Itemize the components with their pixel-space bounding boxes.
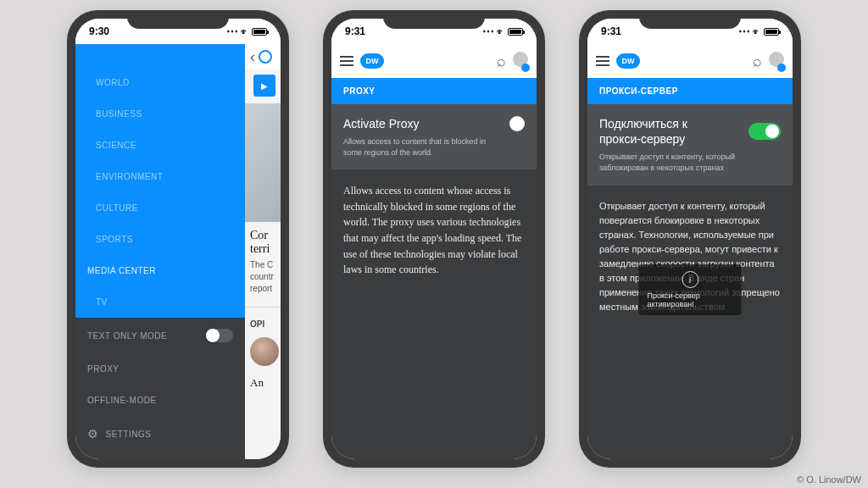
text-only-label: TEXT ONLY MODE [87,331,167,341]
wifi-icon [753,25,761,37]
search-icon[interactable] [753,53,762,70]
section-header: PROXY [331,78,537,104]
status-icons [738,25,779,38]
gear-icon [87,427,99,441]
article-preview: ▶ Corterri The C countr report OPI An [245,44,281,459]
proxy-card: Подключиться к прокси-серверу Открывает … [587,104,793,186]
menu-proxy[interactable]: PROXY [75,353,245,385]
battery-icon [252,28,267,36]
toast-text: Прокси-сервер активирован! [648,291,733,308]
dw-logo[interactable]: DW [360,53,384,69]
notch [639,10,741,29]
toggle-text-only[interactable] [206,329,233,342]
article-headline: Corterri [245,222,281,259]
menu-environment[interactable]: ENVIRONMENT [75,161,245,192]
cellular-icon [482,25,494,38]
app-header: DW [331,44,537,78]
card-subtitle: Allows access to content that is blocked… [343,136,496,158]
status-icons [482,25,523,38]
cellular-icon [226,25,238,38]
app-header: DW [587,44,793,78]
back-icon[interactable] [250,48,255,66]
toast-notification: i Прокси-сервер активирован! [639,264,742,315]
phone-mockup-1: 9:30 ▶ Corterri The C countr report OPI [67,10,289,468]
clock: 9:31 [601,25,621,37]
card-title: Activate Proxy [343,117,419,130]
menu-tv[interactable]: TV [75,286,245,318]
card-subtitle: Открывает доступ к контенту, который заб… [599,152,752,173]
profile-icon[interactable] [769,52,784,70]
article-image [245,103,281,222]
profile-icon[interactable] [513,52,528,70]
hamburger-icon[interactable] [596,56,609,66]
clock: 9:30 [89,25,109,37]
battery-icon [764,28,779,36]
menu-business[interactable]: BUSINESS [75,98,245,130]
card-title: Подключиться к прокси-серверу [599,116,726,147]
menu-offline[interactable]: OFFLINE-MODE [75,385,245,416]
proxy-toggle-off[interactable] [509,116,525,131]
article-body: The C countr report [245,259,281,295]
wifi-icon [241,25,249,37]
tab-row: OPI [245,307,281,334]
clock: 9:31 [345,25,365,37]
search-icon[interactable] [497,53,506,70]
wifi-icon [497,25,505,37]
menu-world[interactable]: WORLD [75,67,245,98]
section-header: ПРОКСИ-СЕРВЕР [587,78,793,104]
phone-mockup-3: 9:31 DW ПРОКСИ-СЕРВЕР Подключить [579,10,801,468]
info-icon: i [682,271,698,288]
dw-logo[interactable]: DW [616,53,640,69]
hamburger-icon[interactable] [340,56,353,66]
menu-media-center[interactable]: MEDIA CENTER [75,255,245,286]
play-button[interactable]: ▶ [253,75,275,97]
proxy-card: Activate Proxy Allows access to content … [331,104,537,169]
settings-label: SETTINGS [106,430,152,439]
proxy-toggle-on[interactable] [748,123,781,140]
menu-science[interactable]: SCIENCE [75,130,245,161]
menu-sports[interactable]: SPORTS [75,224,245,255]
description-text: Allows access to content whose access is… [331,169,537,459]
description-text: Открывает доступ к контенту, который пов… [587,186,793,459]
status-icons [226,25,267,38]
article-2-headline: An [245,369,281,393]
notch [383,10,485,29]
menu-settings[interactable]: SETTINGS [75,416,245,452]
battery-icon [508,28,523,36]
author-avatar [250,337,279,366]
image-credit: © O. Linow/DW [797,474,861,485]
notch [127,10,229,29]
phone-mockup-2: 9:31 DW PROXY Activate Proxy [323,10,545,468]
side-menu: WORLD BUSINESS SCIENCE ENVIRONMENT CULTU… [75,44,245,459]
cellular-icon [738,25,750,38]
menu-culture[interactable]: CULTURE [75,192,245,224]
menu-text-only[interactable]: TEXT ONLY MODE [75,318,245,353]
logo-circle [259,50,272,64]
